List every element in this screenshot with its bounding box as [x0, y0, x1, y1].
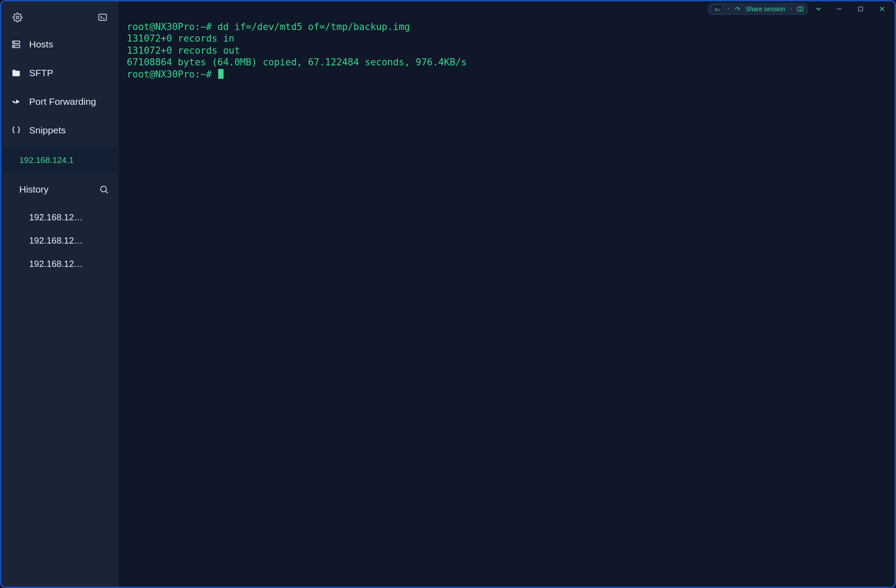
share-session-pill[interactable]: au • Share session •: [708, 3, 808, 15]
terminal-prompt: root@NX30Pro:~#: [127, 69, 212, 80]
sidebar-item-label: SFTP: [29, 68, 53, 78]
svg-rect-9: [859, 7, 863, 11]
titlebar: au • Share session •: [708, 1, 895, 17]
au-badge: au: [712, 5, 723, 13]
search-icon[interactable]: [99, 185, 109, 194]
history-item[interactable]: 192.168.12…: [1, 229, 119, 252]
svg-rect-1: [99, 14, 106, 21]
sidebar-item-port-forwarding[interactable]: Port Forwarding: [1, 87, 119, 116]
sidebar-item-snippets[interactable]: Snippets: [1, 116, 119, 145]
svg-point-4: [14, 42, 14, 43]
sidebar-item-label: Hosts: [29, 39, 53, 50]
share-session-label: Share session: [745, 5, 785, 13]
terminal-line: 67108864 bytes (64.0MB) copied, 67.12248…: [127, 57, 467, 68]
history-label: History: [19, 184, 48, 195]
history-list: 192.168.12… 192.168.12… 192.168.12…: [1, 204, 119, 275]
hosts-icon: [11, 39, 21, 49]
window-maximize-button[interactable]: [851, 2, 870, 16]
split-pane-icon: [797, 5, 804, 13]
terminal-line: 131072+0 records out: [127, 45, 240, 56]
terminal-prompt: root@NX30Pro:~#: [127, 21, 212, 32]
sidebar-top: [1, 1, 119, 30]
sidebar-item-label: Port Forwarding: [29, 96, 96, 107]
app-window: Hosts SFTP Port Forwarding: [0, 0, 896, 588]
sidebar: Hosts SFTP Port Forwarding: [1, 1, 119, 587]
folder-icon: [11, 68, 21, 78]
share-arrow-icon: [734, 5, 741, 13]
gear-icon[interactable]: [11, 11, 24, 24]
terminal-cursor: [218, 69, 224, 79]
history-header: History: [1, 175, 119, 204]
sidebar-item-hosts[interactable]: Hosts: [1, 30, 119, 59]
braces-icon: [11, 125, 21, 135]
svg-point-0: [16, 16, 19, 19]
history-item[interactable]: 192.168.12…: [1, 252, 119, 275]
main-area: au • Share session •: [119, 1, 895, 587]
active-session-label: 192.168.124.1: [19, 155, 74, 165]
chevron-down-icon[interactable]: [810, 2, 827, 16]
terminal-icon[interactable]: [96, 11, 109, 24]
svg-point-5: [14, 46, 14, 47]
sidebar-item-sftp[interactable]: SFTP: [1, 59, 119, 87]
window-close-button[interactable]: [872, 2, 892, 16]
terminal-output[interactable]: root@NX30Pro:~# dd if=/dev/mtd5 of=/tmp/…: [119, 1, 895, 587]
portfwd-icon: [11, 97, 21, 107]
history-item[interactable]: 192.168.12…: [1, 206, 119, 229]
sidebar-item-label: Snippets: [29, 125, 66, 136]
active-session[interactable]: 192.168.124.1: [1, 148, 119, 172]
terminal-command: dd if=/dev/mtd5 of=/tmp/backup.img: [217, 21, 410, 32]
window-minimize-button[interactable]: [829, 2, 849, 16]
svg-point-7: [101, 186, 107, 192]
terminal-line: 131072+0 records in: [127, 33, 234, 44]
